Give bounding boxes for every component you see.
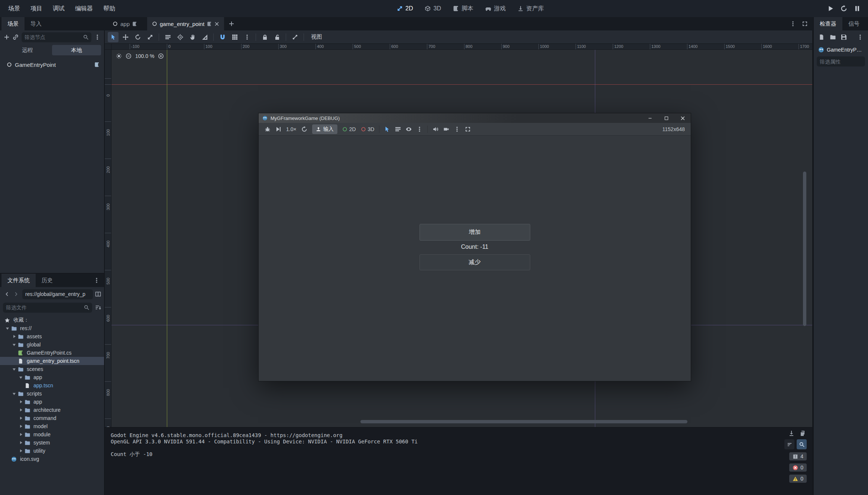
add-node-icon[interactable] bbox=[4, 34, 10, 40]
game-list-select-icon[interactable] bbox=[395, 126, 401, 132]
close-window-button[interactable] bbox=[674, 113, 691, 123]
camera-override-icon[interactable] bbox=[443, 126, 449, 132]
mute-audio-icon[interactable] bbox=[433, 126, 438, 132]
debug-suspend-icon[interactable] bbox=[265, 126, 271, 132]
tab-list-menu-icon[interactable] bbox=[790, 21, 796, 27]
fs-item-assets[interactable]: assets bbox=[0, 332, 104, 341]
expand-arrow[interactable] bbox=[18, 398, 25, 406]
scene-dock-menu-icon[interactable] bbox=[94, 34, 100, 40]
horizontal-scrollbar[interactable] bbox=[360, 420, 687, 423]
filter-messages-button[interactable] bbox=[784, 439, 794, 449]
center-view-icon[interactable] bbox=[116, 53, 122, 59]
pick-3d-button[interactable]: 3D bbox=[361, 126, 375, 132]
fs-item-system[interactable]: system bbox=[0, 439, 104, 447]
expand-arrow[interactable] bbox=[4, 324, 11, 332]
menu-editor[interactable]: 编辑器 bbox=[70, 0, 98, 17]
expand-arrow[interactable] bbox=[18, 439, 25, 447]
maximize-button[interactable] bbox=[658, 113, 674, 123]
fs-item-scripts[interactable]: scripts bbox=[0, 390, 104, 398]
scale-tool-button[interactable] bbox=[145, 32, 155, 42]
fs-item-favorites[interactable]: 收藏： bbox=[0, 316, 104, 324]
game-window-titlebar[interactable]: MyGFrameworkGame (DEBUG) bbox=[259, 113, 691, 123]
inspector-menu-icon[interactable] bbox=[857, 34, 863, 40]
zoom-in-icon[interactable] bbox=[158, 53, 164, 59]
view-menu-button[interactable]: 视图 bbox=[307, 33, 326, 40]
new-scene-tab-button[interactable] bbox=[224, 17, 239, 30]
mode-game-button[interactable]: 游戏 bbox=[480, 0, 511, 17]
fs-item-global[interactable]: global bbox=[0, 341, 104, 349]
expand-arrow[interactable] bbox=[18, 406, 25, 414]
tab-import[interactable]: 导入 bbox=[25, 17, 48, 30]
ruler-tool-button[interactable] bbox=[199, 32, 210, 42]
tab-filesystem[interactable]: 文件系统 bbox=[1, 274, 36, 287]
game-select-icon[interactable] bbox=[384, 126, 390, 132]
nav-back-icon[interactable] bbox=[3, 292, 10, 297]
mode-3d-button[interactable]: 3D bbox=[420, 0, 446, 17]
expand-arrow[interactable] bbox=[18, 422, 25, 430]
load-resource-icon[interactable] bbox=[830, 34, 836, 40]
fs-item-architecture[interactable]: architecture bbox=[0, 406, 104, 414]
fs-item-scripts-app[interactable]: app bbox=[0, 398, 104, 406]
local-tab[interactable]: 本地 bbox=[52, 45, 101, 55]
warnings-badge[interactable]: 0 bbox=[789, 475, 807, 483]
canvas-viewport[interactable]: 100.0 % MyGFrameworkGame (DEBUG) bbox=[111, 50, 812, 427]
filesystem-menu-icon[interactable] bbox=[94, 277, 100, 283]
open-script-icon[interactable] bbox=[94, 62, 100, 67]
expand-arrow[interactable] bbox=[11, 390, 18, 398]
current-path-input[interactable] bbox=[25, 291, 90, 297]
smart-snap-button[interactable] bbox=[217, 32, 228, 42]
mode-assetlib-button[interactable]: 资产库 bbox=[513, 0, 549, 17]
grid-snap-button[interactable] bbox=[229, 32, 240, 42]
next-frame-icon[interactable] bbox=[275, 126, 281, 132]
menu-project[interactable]: 项目 bbox=[25, 0, 48, 17]
reset-speed-icon[interactable] bbox=[301, 126, 307, 132]
instance-scene-icon[interactable] bbox=[13, 34, 19, 40]
camera-menu-icon[interactable] bbox=[454, 126, 460, 132]
fs-item-command[interactable]: command bbox=[0, 414, 104, 422]
filter-files-input[interactable] bbox=[6, 305, 82, 310]
nav-forward-icon[interactable] bbox=[13, 292, 20, 297]
decrease-button[interactable]: 减少 bbox=[420, 254, 530, 270]
scene-tab-game-entry-point[interactable]: game_entry_point bbox=[147, 17, 224, 30]
mode-script-button[interactable]: 脚本 bbox=[448, 0, 478, 17]
copy-log-icon[interactable] bbox=[800, 430, 806, 436]
rotate-tool-button[interactable] bbox=[132, 32, 143, 42]
expand-arrow[interactable] bbox=[11, 365, 18, 373]
select-tool-button[interactable] bbox=[108, 32, 119, 42]
fs-item-app-folder[interactable]: app bbox=[0, 373, 104, 381]
pause-icon[interactable] bbox=[854, 5, 861, 12]
tab-signals[interactable]: 信号 bbox=[842, 17, 865, 30]
pick-2d-button[interactable]: 2D bbox=[342, 126, 356, 132]
zoom-level[interactable]: 100.0 % bbox=[135, 53, 154, 59]
menu-help[interactable]: 帮助 bbox=[98, 0, 120, 17]
lock-button[interactable] bbox=[259, 32, 270, 42]
fs-item-res-root[interactable]: res:// bbox=[0, 324, 104, 332]
fs-item-model[interactable]: model bbox=[0, 422, 104, 430]
fs-item-game-entry-point-tscn[interactable]: game_entry_point.tscn bbox=[0, 357, 104, 365]
fs-item-gameentrypoint-cs[interactable]: GameEntryPoint.cs bbox=[0, 349, 104, 357]
split-view-icon[interactable] bbox=[95, 291, 101, 297]
mode-2d-button[interactable]: 2D bbox=[392, 0, 418, 17]
remote-tab[interactable]: 远程 bbox=[3, 45, 52, 55]
distraction-free-icon[interactable] bbox=[802, 21, 808, 27]
menu-debug[interactable]: 调试 bbox=[48, 0, 70, 17]
fs-item-module[interactable]: module bbox=[0, 430, 104, 439]
tree-node-game-entry-point[interactable]: GameEntryPoint bbox=[0, 59, 104, 70]
pivot-tool-button[interactable] bbox=[175, 32, 185, 42]
messages-badge[interactable]: 4 bbox=[789, 452, 807, 460]
input-mode-button[interactable]: 输入 bbox=[312, 124, 337, 134]
list-select-button[interactable] bbox=[162, 32, 173, 42]
unlock-button[interactable] bbox=[272, 32, 282, 42]
minimize-button[interactable] bbox=[642, 113, 658, 123]
filter-nodes-input[interactable] bbox=[25, 34, 81, 40]
expand-arrow[interactable] bbox=[11, 341, 18, 349]
save-resource-icon[interactable] bbox=[841, 34, 847, 40]
tab-history[interactable]: 历史 bbox=[36, 274, 59, 287]
expand-arrow[interactable] bbox=[18, 447, 25, 455]
tab-inspector[interactable]: 检查器 bbox=[814, 17, 842, 30]
skeleton-button[interactable] bbox=[289, 32, 300, 42]
new-resource-icon[interactable] bbox=[819, 34, 825, 40]
filter-properties-input[interactable] bbox=[820, 59, 862, 65]
increase-button[interactable]: 增加 bbox=[420, 224, 530, 241]
restart-icon[interactable] bbox=[841, 5, 847, 12]
